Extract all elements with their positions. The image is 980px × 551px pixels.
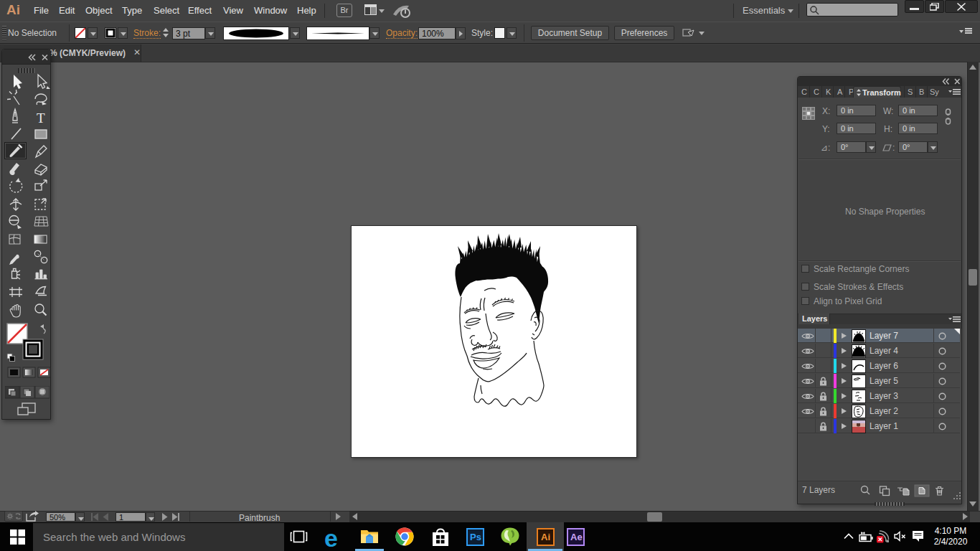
svg-text:T: T	[37, 110, 45, 126]
